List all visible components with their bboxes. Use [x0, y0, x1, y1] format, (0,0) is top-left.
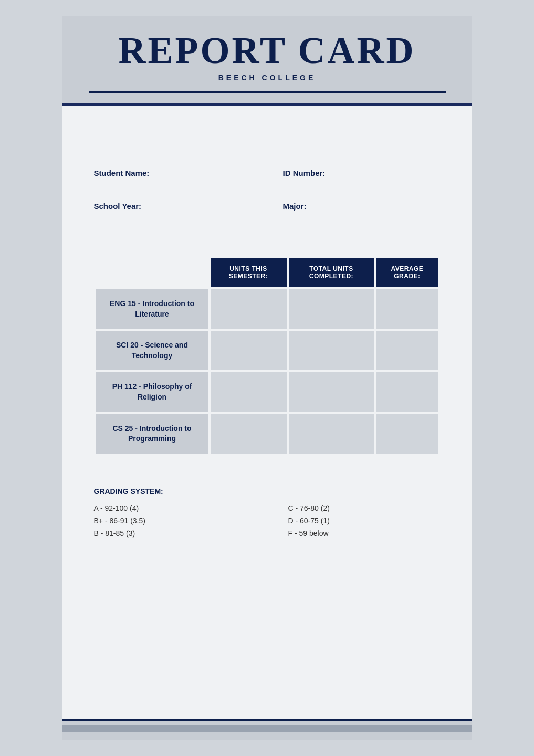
units-this-semester-header: UNITS THIS SEMESTER:	[211, 258, 287, 287]
course-name-cell: CS 25 - Introduction to Programming	[96, 414, 208, 454]
footer-stripe	[62, 725, 472, 732]
units-cell[interactable]	[211, 331, 287, 370]
grading-system-title: GRADING SYSTEM:	[94, 487, 441, 496]
course-name-cell: PH 112 - Philosophy of Religion	[96, 372, 208, 412]
grades-table: UNITS THIS SEMESTER: TOTAL UNITS COMPLET…	[94, 256, 441, 456]
units-cell[interactable]	[211, 372, 287, 412]
id-number-input-line[interactable]	[283, 180, 441, 191]
school-year-input-line[interactable]	[94, 213, 252, 224]
grade-cell[interactable]	[376, 372, 438, 412]
units-cell[interactable]	[211, 414, 287, 454]
course-name-cell: ENG 15 - Introduction to Literature	[96, 289, 208, 329]
student-info-section: Student Name: ID Number: School Year: Ma…	[94, 169, 441, 224]
total-units-cell[interactable]	[289, 372, 374, 412]
student-name-input-line[interactable]	[94, 180, 252, 191]
table-row: PH 112 - Philosophy of Religion	[96, 372, 438, 412]
total-units-cell[interactable]	[289, 414, 374, 454]
course-name-cell: SCI 20 - Science and Technology	[96, 331, 208, 370]
footer	[62, 719, 472, 740]
header-divider	[89, 91, 446, 93]
header: REPORT CARD BEECH COLLEGE	[62, 16, 472, 106]
grading-left-column: A - 92-100 (4)B+ - 86-91 (3.5)B - 81-85 …	[94, 504, 246, 538]
major-label: Major:	[283, 202, 441, 211]
table-row: ENG 15 - Introduction to Literature	[96, 289, 438, 329]
school-year-field: School Year:	[94, 202, 252, 224]
grading-grid: A - 92-100 (4)B+ - 86-91 (3.5)B - 81-85 …	[94, 504, 441, 538]
id-number-field: ID Number:	[283, 169, 441, 191]
grading-item: F - 59 below	[288, 529, 441, 538]
grading-item: A - 92-100 (4)	[94, 504, 246, 512]
grading-item: B - 81-85 (3)	[94, 529, 246, 538]
report-title: REPORT CARD	[89, 32, 446, 69]
student-name-field: Student Name:	[94, 169, 252, 191]
grading-item: D - 60-75 (1)	[288, 517, 441, 525]
report-card-page: REPORT CARD BEECH COLLEGE Student Name: …	[62, 16, 472, 740]
table-row: SCI 20 - Science and Technology	[96, 331, 438, 370]
average-grade-header: AVERAGE GRADE:	[376, 258, 438, 287]
grade-cell[interactable]	[376, 414, 438, 454]
grading-item: C - 76-80 (2)	[288, 504, 441, 512]
major-input-line[interactable]	[283, 213, 441, 224]
table-row: CS 25 - Introduction to Programming	[96, 414, 438, 454]
student-name-label: Student Name:	[94, 169, 252, 177]
main-content: Student Name: ID Number: School Year: Ma…	[62, 106, 472, 719]
grading-item: B+ - 86-91 (3.5)	[94, 517, 246, 525]
school-year-label: School Year:	[94, 202, 252, 211]
total-units-cell[interactable]	[289, 331, 374, 370]
units-cell[interactable]	[211, 289, 287, 329]
total-units-header: TOTAL UNITS COMPLETED:	[289, 258, 374, 287]
college-name: BEECH COLLEGE	[89, 74, 446, 82]
grade-cell[interactable]	[376, 331, 438, 370]
total-units-cell[interactable]	[289, 289, 374, 329]
major-field: Major:	[283, 202, 441, 224]
id-number-label: ID Number:	[283, 169, 441, 177]
grade-cell[interactable]	[376, 289, 438, 329]
course-header	[96, 258, 208, 287]
grading-system-section: GRADING SYSTEM: A - 92-100 (4)B+ - 86-91…	[94, 487, 441, 538]
grading-right-column: C - 76-80 (2)D - 60-75 (1)F - 59 below	[288, 504, 441, 538]
